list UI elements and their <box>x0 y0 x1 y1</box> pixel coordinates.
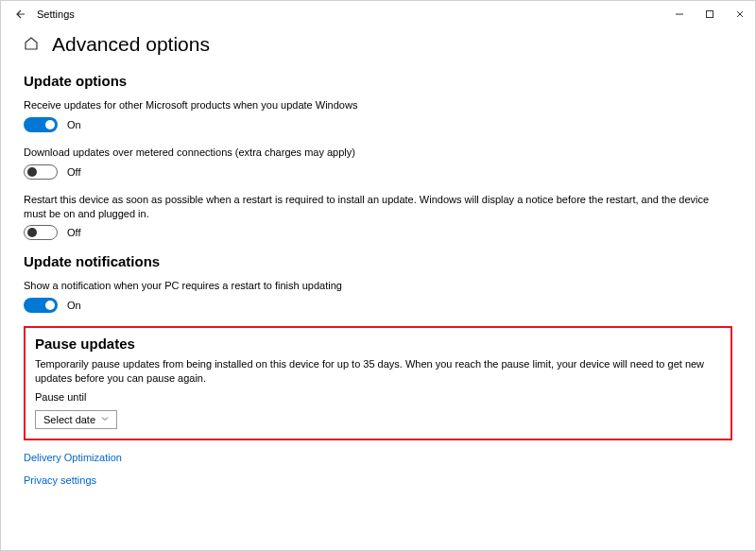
titlebar: Settings <box>1 1 755 27</box>
maximize-button[interactable] <box>695 1 725 27</box>
minimize-icon <box>675 9 684 19</box>
toggle-restart[interactable] <box>24 225 58 240</box>
home-icon[interactable] <box>24 36 39 54</box>
option-text-restart: Restart this device as soon as possible … <box>24 193 732 221</box>
pause-date-value: Select date <box>43 414 95 425</box>
pause-updates-description: Temporarily pause updates from being ins… <box>35 357 721 386</box>
section-title-pause-updates: Pause updates <box>35 336 721 352</box>
section-title-update-notifications: Update notifications <box>24 253 732 269</box>
toggle-label-receive-updates: On <box>67 119 81 130</box>
pause-until-label: Pause until <box>35 390 721 405</box>
link-delivery-optimization[interactable]: Delivery Optimization <box>24 452 732 463</box>
close-icon <box>735 9 745 19</box>
toggle-metered[interactable] <box>24 164 58 180</box>
section-title-update-options: Update options <box>24 73 732 89</box>
toggle-row-receive-updates: On <box>24 117 732 132</box>
back-button[interactable] <box>9 3 31 26</box>
page-title: Advanced options <box>52 33 210 56</box>
option-text-notification: Show a notification when your PC require… <box>24 279 732 293</box>
toggle-row-restart: Off <box>24 225 732 240</box>
content-area: Advanced options Update options Receive … <box>1 27 755 486</box>
link-privacy-settings[interactable]: Privacy settings <box>24 474 732 486</box>
page-header: Advanced options <box>24 33 732 56</box>
maximize-icon <box>705 9 714 19</box>
window-controls <box>664 1 755 27</box>
back-arrow-icon <box>14 9 26 20</box>
toggle-notification[interactable] <box>24 298 58 313</box>
toggle-row-notification: On <box>24 298 732 313</box>
window-title: Settings <box>37 9 75 20</box>
pause-date-select[interactable]: Select date <box>35 410 117 429</box>
svg-rect-0 <box>707 11 713 18</box>
toggle-label-metered: Off <box>67 166 80 178</box>
close-button[interactable] <box>725 1 755 27</box>
toggle-row-metered: Off <box>24 164 732 180</box>
toggle-receive-updates[interactable] <box>24 117 58 132</box>
minimize-button[interactable] <box>664 1 695 27</box>
option-text-metered: Download updates over metered connection… <box>24 146 732 160</box>
chevron-down-icon <box>101 414 109 424</box>
pause-updates-highlight: Pause updates Temporarily pause updates … <box>24 326 732 440</box>
toggle-label-restart: Off <box>67 227 80 238</box>
option-text-receive-updates: Receive updates for other Microsoft prod… <box>24 98 732 112</box>
toggle-label-notification: On <box>67 300 81 311</box>
